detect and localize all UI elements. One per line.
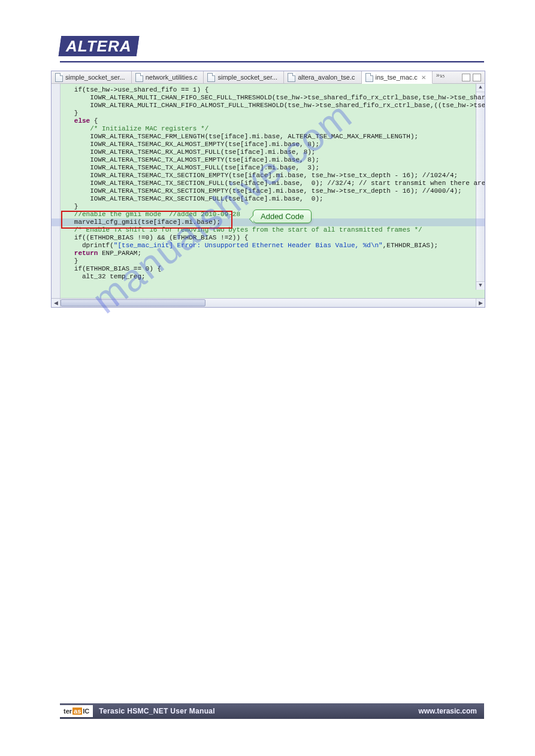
- code-line: dprintf("[tse_mac_init] Error: Unsupport…: [62, 242, 485, 250]
- file-icon: [135, 73, 143, 82]
- tab-overflow[interactable]: »₁₅: [433, 71, 448, 83]
- footer-url: www.terasic.com: [418, 707, 484, 715]
- code-line: IOWR_ALTERA_TSEMAC_RX_ALMOST_EMPTY(tse[i…: [62, 141, 485, 148]
- code-line: alt_32 temp_reg;: [62, 273, 485, 281]
- code-line: if(tse_hw->use_shared_fifo == 1) {: [62, 86, 485, 94]
- code-line: /* Enable TX shift 16 for removing two b…: [62, 226, 485, 234]
- code-line: if(ETHHDR_BIAS == 0) {: [62, 265, 485, 273]
- code-line: IOWR_ALTERA_MULTI_CHAN_FIFO_ALMOST_FULL_…: [62, 102, 485, 110]
- tab-label: network_utilities.c: [146, 74, 198, 81]
- code-content: if(tse_hw->use_shared_fifo == 1) { IOWR_…: [52, 84, 485, 283]
- terasic-logo: terasIC: [60, 705, 93, 717]
- tab-label: simple_socket_ser...: [217, 74, 277, 81]
- code-line: }: [62, 110, 485, 117]
- scrollbar-thumb[interactable]: [61, 299, 205, 306]
- code-line: return ENP_PARAM;: [62, 250, 485, 257]
- code-line: IOWR_ALTERA_TSEMAC_TX_ALMOST_FULL(tse[if…: [62, 164, 485, 172]
- footer-title: Terasic HSMC_NET User Manual: [99, 707, 215, 715]
- code-editor: simple_socket_ser... network_utilities.c…: [51, 71, 485, 308]
- file-icon: [365, 73, 373, 82]
- code-line: else {: [62, 117, 485, 125]
- code-line: IOWR_ALTERA_TSEMAC_TX_ALMOST_EMPTY(tse[i…: [62, 156, 485, 164]
- file-icon: [288, 73, 295, 82]
- file-icon: [55, 73, 63, 82]
- tab-window-controls: [458, 71, 485, 83]
- horizontal-scrollbar[interactable]: ◀ ▶: [52, 298, 485, 307]
- tab-ins-tse-mac[interactable]: ins_tse_mac.c✕: [362, 71, 433, 84]
- altera-logo: ALTERA: [59, 36, 139, 56]
- code-line: IOWR_ALTERA_TSEMAC_TX_SECTION_EMPTY(tse[…: [62, 172, 485, 180]
- close-icon[interactable]: ✕: [421, 74, 426, 81]
- code-line: /* Initialize MAC registers */: [62, 125, 485, 133]
- tab-simple-socket-ser-2[interactable]: simple_socket_ser...: [204, 71, 284, 83]
- code-line: IOWR_ALTERA_TSEMAC_FRM_LENGTH(tse[iface]…: [62, 133, 485, 141]
- scroll-right-icon[interactable]: ▶: [476, 299, 485, 307]
- code-line: }: [62, 257, 485, 265]
- tab-label: ins_tse_mac.c: [376, 74, 418, 81]
- tab-label: simple_socket_ser...: [65, 74, 125, 81]
- code-viewport[interactable]: ▲ ▼ if(tse_hw->use_shared_fifo == 1) { I…: [52, 84, 485, 298]
- code-line: IOWR_ALTERA_TSEMAC_RX_SECTION_FULL(tse[i…: [62, 195, 485, 203]
- code-line: if((ETHHDR_BIAS !=0) && (ETHHDR_BIAS !=2…: [62, 234, 485, 242]
- file-icon: [207, 73, 215, 82]
- code-line: IOWR_ALTERA_TSEMAC_TX_SECTION_FULL(tse[i…: [62, 180, 485, 187]
- code-line: IOWR_ALTERA_MULTI_CHAN_FIFO_SEC_FULL_THR…: [62, 94, 485, 102]
- tab-network-utilities[interactable]: network_utilities.c: [132, 71, 204, 83]
- scroll-left-icon[interactable]: ◀: [52, 299, 61, 307]
- editor-tabs: simple_socket_ser... network_utilities.c…: [52, 71, 485, 84]
- maximize-icon[interactable]: [473, 74, 481, 81]
- tab-altera-avalon-tse[interactable]: altera_avalon_tse.c: [284, 71, 361, 83]
- code-line: IOWR_ALTERA_TSEMAC_RX_ALMOST_FULL(tse[if…: [62, 148, 485, 156]
- minimize-icon[interactable]: [462, 74, 470, 81]
- added-code-callout: Added Code: [253, 210, 312, 223]
- code-line: IOWR_ALTERA_TSEMAC_RX_SECTION_EMPTY(tse[…: [62, 187, 485, 195]
- tab-label: altera_avalon_tse.c: [298, 74, 355, 81]
- tab-simple-socket-ser-1[interactable]: simple_socket_ser...: [52, 71, 132, 83]
- footer-bar: terasIC Terasic HSMC_NET User Manual www…: [60, 703, 484, 719]
- header-divider: [60, 61, 484, 63]
